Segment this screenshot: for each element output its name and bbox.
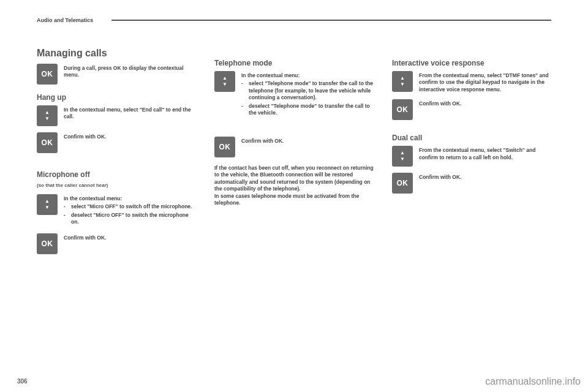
column-3: Interactive voice response ▲▼ From the c… xyxy=(392,48,551,260)
step-telmode-2: OK Confirm with OK. xyxy=(214,137,374,157)
step-hangup-1: ▲▼ In the contextual menu, select "End c… xyxy=(37,105,196,126)
ok-icon: OK xyxy=(37,64,58,85)
telmode-intro: In the contextual menu: xyxy=(241,72,300,78)
heading-managing-calls: Managing calls xyxy=(37,48,196,59)
micoff-text-2: Confirm with OK. xyxy=(64,233,106,241)
header-rule xyxy=(111,20,551,21)
step-ivr-2: OK Confirm with OK. xyxy=(392,99,551,120)
telmode-bullet-1: select "Telephone mode" to transfer the … xyxy=(241,80,374,101)
hangup-text-1: In the contextual menu, select "End call… xyxy=(64,105,196,121)
dual-text-1: From the contextual menu, select "Switch… xyxy=(419,146,551,161)
heading-telephone-mode: Telephone mode xyxy=(214,59,374,67)
telmode-text-2: Confirm with OK. xyxy=(241,137,284,145)
hangup-text-2: Confirm with OK. xyxy=(64,132,106,140)
telmode-text-1: In the contextual menu: select "Telephon… xyxy=(241,71,374,118)
heading-microphone-off: Microphone off xyxy=(37,170,196,179)
up-down-icon: ▲▼ xyxy=(392,146,413,167)
column-2: Telephone mode ▲▼ In the contextual menu… xyxy=(214,48,374,260)
step-micoff-1: ▲▼ In the contextual menu: select "Micro… xyxy=(37,194,196,227)
ok-icon: OK xyxy=(37,132,58,153)
telmode-bullet-2: deselect "Telephone mode" to transfer th… xyxy=(241,103,374,117)
step-telmode-1: ▲▼ In the contextual menu: select "Telep… xyxy=(214,71,374,118)
step-dual-2: OK Confirm with OK. xyxy=(392,173,551,194)
page-content: Audio and Telematics Managing calls OK D… xyxy=(0,0,588,260)
section-title: Audio and Telematics xyxy=(37,17,93,23)
step-intro: OK During a call, press OK to display th… xyxy=(37,64,196,85)
microphone-off-note: (so that the caller cannot hear) xyxy=(37,183,196,188)
heading-dual-call: Dual call xyxy=(392,134,551,142)
ok-icon: OK xyxy=(392,173,413,194)
step-hangup-2: OK Confirm with OK. xyxy=(37,132,196,153)
watermark: carmanualsonline.info xyxy=(485,376,581,387)
up-down-icon: ▲▼ xyxy=(392,71,413,92)
ok-icon: OK xyxy=(37,233,58,254)
ok-icon: OK xyxy=(214,137,235,157)
heading-hang-up: Hang up xyxy=(37,93,196,102)
micoff-intro: In the contextual menu: xyxy=(64,195,122,202)
dual-text-2: Confirm with OK. xyxy=(419,173,461,181)
up-down-icon: ▲▼ xyxy=(214,71,235,92)
step-dual-1: ▲▼ From the contextual menu, select "Swi… xyxy=(392,146,551,167)
step-micoff-2: OK Confirm with OK. xyxy=(37,233,196,254)
content-columns: Managing calls OK During a call, press O… xyxy=(37,48,551,260)
intro-text: During a call, press OK to display the c… xyxy=(64,64,196,79)
ivr-text-2: Confirm with OK. xyxy=(419,99,461,107)
ok-icon: OK xyxy=(392,99,413,120)
telmode-paragraph: If the contact has been cut off, when yo… xyxy=(214,165,374,207)
ivr-text-1: From the contextual menu, select "DTMF t… xyxy=(419,71,551,93)
up-down-icon: ▲▼ xyxy=(37,105,58,126)
column-1: Managing calls OK During a call, press O… xyxy=(37,48,196,260)
step-ivr-1: ▲▼ From the contextual menu, select "DTM… xyxy=(392,71,551,93)
micoff-bullet-1: select "Micro OFF" to switch off the mic… xyxy=(64,203,196,210)
heading-ivr: Interactive voice response xyxy=(392,59,551,67)
page-header: Audio and Telematics xyxy=(37,17,551,23)
micoff-bullet-2: deselect "Micro OFF" to switch the micro… xyxy=(64,212,196,226)
page-number: 306 xyxy=(17,378,28,385)
up-down-icon: ▲▼ xyxy=(37,194,58,215)
micoff-text-1: In the contextual menu: select "Micro OF… xyxy=(64,194,196,227)
